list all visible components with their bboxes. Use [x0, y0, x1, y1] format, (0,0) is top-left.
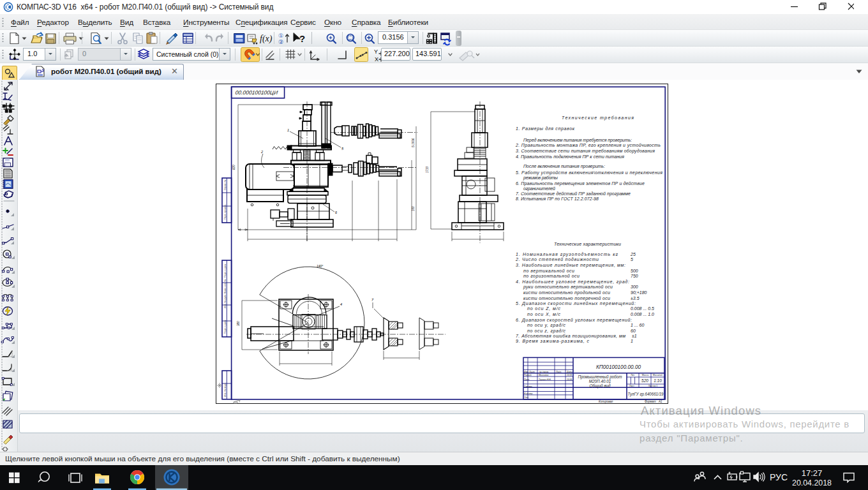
svg-text:Масштаб: Масштаб [653, 374, 662, 376]
svg-text:520: 520 [641, 378, 648, 383]
svg-text:Дата: Дата [566, 371, 572, 373]
svg-text:1: 1 [631, 339, 633, 343]
svg-text:3. Соответствие сети питания: 3. Соответствие сети питания требованиям… [516, 149, 655, 154]
svg-text:10.05: 10.05 [567, 374, 572, 376]
svg-text:f(x): f(x) [260, 34, 273, 44]
svg-text:кисти относительно продольной: кисти относительно продольной оси [523, 290, 610, 295]
svg-text:②: ② [278, 39, 283, 45]
svg-text:5: 5 [631, 257, 633, 262]
svg-text:Формат: Формат [645, 400, 656, 403]
svg-text:1: 1 [287, 128, 289, 132]
svg-text:Трушин Н.Н.: Трушин Н.Н. [539, 378, 551, 381]
svg-text:ТулГУ гр.640661/19: ТулГУ гр.640661/19 [628, 392, 664, 397]
svg-text:по оси X, м/с: по оси X, м/с [527, 312, 561, 316]
svg-text:Подп.: Подп. [556, 371, 562, 373]
svg-text:по горизонтальной оси: по горизонтальной оси [523, 274, 580, 279]
svg-text:ограничителей: ограничителей [523, 186, 555, 191]
svg-text:0.008 ... 0.5: 0.008 ... 0.5 [631, 306, 654, 311]
svg-text:Взам. инв. №: Взам. инв. № [224, 279, 227, 293]
svg-text:Разраб.: Разраб. [524, 374, 532, 376]
svg-text:Изм.: Изм. [524, 371, 528, 373]
svg-text:1:10: 1:10 [654, 378, 662, 383]
svg-text:Подп. и дата: Подп. и дата [224, 320, 227, 334]
svg-text:После включения питания провер: После включения питания проверить: [523, 164, 605, 169]
svg-text:500: 500 [631, 269, 638, 273]
svg-text:2. Правильность монтажа ПР, е: 2. Правильность монтажа ПР, его креплени… [515, 143, 661, 148]
svg-text:9. Время зажима-разжима, с: 9. Время зажима-разжима, с [516, 339, 590, 344]
svg-text:00.000100100ЦИ: 00.000100100ЦИ [235, 90, 279, 96]
svg-text:380: 380 [237, 321, 240, 326]
svg-text:Технические требования: Технические требования [562, 115, 634, 121]
svg-text:РУС: РУС [770, 472, 788, 482]
svg-text:Перв. примен.: Перв. примен. [224, 204, 227, 219]
svg-text:руки относительно вертикальной: руки относительно вертикальной оси [523, 285, 613, 290]
svg-text:Т.контр.: Т.контр. [524, 385, 533, 388]
svg-text:0.008 ... 1.0: 0.008 ... 1.0 [631, 312, 654, 316]
svg-text:Y: Y [374, 48, 378, 55]
svg-text:Утв.: Утв. [524, 396, 529, 399]
svg-text:6. Правильность перемещения э: 6. Правильность перемещения элементов ПР… [516, 181, 645, 186]
svg-text:Справ. №: Справ. № [224, 180, 227, 190]
svg-text:4: 4 [340, 302, 342, 306]
svg-text:режимов работы: режимов работы [523, 175, 558, 181]
svg-text:кисти относительно поперечной: кисти относительно поперечной оси [523, 296, 610, 301]
svg-text:6. Диапазон скоростей угловых: 6. Диапазон скоростей угловых перемещени… [516, 318, 632, 323]
svg-text:Копировал: Копировал [599, 400, 613, 403]
svg-text:10.05: 10.05 [567, 378, 572, 381]
svg-text:Мингазов: Мингазов [539, 374, 548, 376]
svg-text:①: ① [278, 33, 283, 39]
svg-text:Технические характеристики: Технические характеристики [554, 242, 621, 247]
svg-text:5. Диапазон скорости линейных: 5. Диапазон скорости линейных перемещени… [516, 301, 636, 306]
svg-text:1710: 1710 [426, 166, 429, 173]
svg-text:820: 820 [232, 165, 236, 170]
svg-text:1 ... 60: 1 ... 60 [631, 323, 645, 327]
svg-text:300: 300 [631, 285, 638, 289]
svg-text:КП00100100.00.00: КП00100100.00.00 [596, 364, 641, 370]
svg-text:2: 2 [260, 150, 263, 154]
svg-text:60: 60 [631, 329, 636, 333]
svg-text:750: 750 [631, 274, 638, 278]
svg-text:20.04.2018: 20.04.2018 [792, 479, 832, 487]
svg-text:по оси y, град/с: по оси y, град/с [527, 323, 566, 328]
svg-text:?: ? [299, 33, 305, 44]
svg-text:Общий вид: Общий вид [590, 383, 611, 389]
svg-text:17:27: 17:27 [802, 468, 823, 478]
svg-text:по оси Z, м/с: по оси Z, м/с [527, 306, 561, 311]
svg-text:Лит.: Лит. [631, 374, 635, 376]
svg-text:5. Работу устройств включения: 5. Работу устройств включения\отключения… [516, 170, 662, 175]
svg-text:Листов 1: Листов 1 [648, 385, 658, 387]
svg-text:4. Наибольшее угловое перемещ: 4. Наибольшее угловое перемещение, град: [516, 279, 629, 285]
svg-text:2. Число степеней подвижности: 2. Число степеней подвижности [515, 257, 599, 262]
svg-text:1. Размеры для справок: 1. Размеры для справок [516, 126, 575, 131]
svg-text:X: X [375, 56, 378, 63]
svg-text:Инв. № дубл.: Инв. № дубл. [224, 294, 227, 308]
svg-text:А1: А1 [658, 400, 662, 403]
svg-text:Инв. № подл.: Инв. № подл. [224, 383, 227, 397]
svg-text:3. Наибольшие линейные переме: 3. Наибольшие линейные перемещения, мм: [516, 263, 625, 268]
svg-text:±1: ±1 [632, 334, 637, 338]
svg-text:7. Абсолютная ошибка позицион: 7. Абсолютная ошибка позиционирования, м… [516, 334, 625, 339]
svg-text:100: 100 [412, 206, 415, 211]
svg-text:по оси z, град/с: по оси z, град/с [527, 329, 566, 334]
svg-text:Лист: Лист [629, 385, 634, 387]
svg-text:по вертикальной оси: по вертикальной оси [523, 269, 574, 274]
svg-text:№ докум.: № докум. [539, 371, 549, 373]
svg-text:4. Правильность подключения П: 4. Правильность подключения ПР к сети пи… [516, 154, 624, 160]
svg-text:Б.1936: Б.1936 [412, 138, 415, 147]
svg-text:90;+180: 90;+180 [631, 290, 647, 295]
svg-text:Масса: Масса [642, 374, 649, 376]
svg-text:±3.5: ±3.5 [631, 296, 640, 301]
svg-text:Н.контр.: Н.контр. [524, 392, 533, 395]
svg-text:Подп. и дата: Подп. и дата [224, 264, 227, 278]
svg-text:Пров.: Пров. [524, 378, 530, 381]
svg-text:1. Номинальная грузоподъемнос: 1. Номинальная грузоподъемность кг [516, 252, 618, 257]
svg-text:Лист: Лист [528, 371, 535, 373]
svg-text:Перед включением питания требу: Перед включением питания требуется прове… [523, 138, 632, 143]
svg-text:25: 25 [630, 252, 636, 256]
svg-text:140°: 140° [317, 264, 323, 268]
svg-text:8. Испытания ПР по ГОСТ 12.2.: 8. Испытания ПР по ГОСТ 12.2.072-98 [516, 197, 599, 201]
